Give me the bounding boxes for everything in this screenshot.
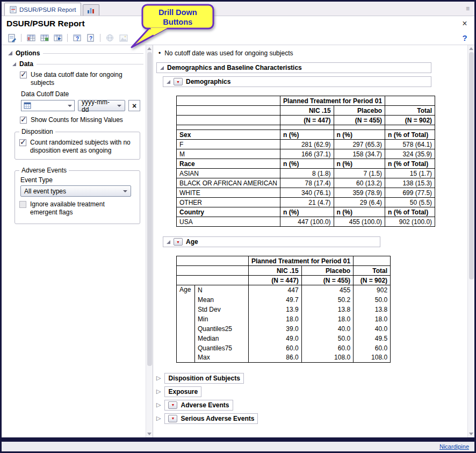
check-icon: ✓ — [20, 138, 26, 146]
cell: 13.8 — [354, 305, 391, 314]
cell: 578 (64.1) — [385, 140, 435, 149]
drill-down-button[interactable]: ▼ — [168, 415, 177, 422]
disclosure-closed-icon[interactable]: ▷ — [156, 389, 161, 394]
table-row: (N = 447) (N = 455) (N = 902) — [177, 276, 391, 285]
scrollbar-thumb[interactable] — [469, 52, 474, 279]
cell: Age — [177, 285, 195, 363]
cell — [177, 116, 280, 125]
table-row: Race n (%) n (%) n (% of Total) — [177, 159, 435, 169]
section-header-demographics[interactable]: ▼ Demographics — [163, 76, 431, 87]
date-format-value: yyyy-mm-dd — [82, 98, 114, 113]
section-header-demographics-baseline[interactable]: Demographics and Baseline Characteristic… — [156, 62, 431, 73]
table-row: WHITE 340 (76.1) 359 (78.9) 699 (77.5) — [177, 188, 435, 198]
table-info-icon[interactable]: ? — [71, 32, 83, 44]
missing-values-checkbox[interactable]: ✓ — [20, 117, 27, 124]
event-type-dropdown[interactable]: All event types — [20, 185, 131, 197]
scrollbar-thumb[interactable] — [147, 52, 152, 366]
window-menu-icon[interactable]: ≡ — [466, 5, 471, 16]
disclosure-open-icon[interactable] — [167, 240, 170, 244]
data-table-icon[interactable] — [25, 32, 37, 44]
cell: 13.8 — [301, 305, 353, 314]
table-row: Max 86.0 108.0 108.0 — [177, 353, 391, 363]
disclosure-closed-icon[interactable]: ▷ — [156, 415, 161, 421]
report-scrollbar[interactable] — [467, 45, 474, 437]
cell — [177, 125, 280, 130]
cell: 447 — [249, 285, 302, 295]
disclosure-open-icon[interactable] — [160, 66, 164, 70]
section-title: Demographics — [186, 78, 230, 85]
cell: USA — [177, 217, 280, 227]
disclosure-closed-icon[interactable]: ▷ — [156, 402, 161, 408]
cell: n (%) — [334, 130, 385, 140]
date-input[interactable] — [21, 100, 75, 111]
cell: n (% of Total) — [385, 159, 435, 169]
cell — [177, 266, 249, 276]
collapsed-section-disposition-of-subjects[interactable]: ▷ Disposition of Subjects — [156, 372, 467, 384]
svg-text:?: ? — [89, 35, 92, 41]
tab-chart[interactable] — [83, 4, 99, 16]
report-title-bar: DSUR/PSUR Report × — [2, 16, 474, 31]
drill-down-button[interactable]: ▼ — [174, 238, 183, 246]
table-row: (N = 447) (N = 455) (N = 902) — [177, 116, 435, 125]
disposition-checkbox[interactable]: ✓ — [19, 139, 26, 146]
nicardipine-link[interactable]: Nicardipine — [439, 443, 469, 450]
divider — [37, 64, 143, 64]
save-table-icon[interactable] — [38, 32, 51, 44]
data-outline-header[interactable]: Data — [12, 60, 143, 68]
cell: 455 (100.0) — [334, 217, 385, 227]
chevron-down-icon[interactable] — [68, 105, 72, 107]
data-group-title: Data — [19, 60, 33, 68]
cell: F — [177, 140, 280, 149]
table-row: Quantiles25 39.0 40.0 40.0 — [177, 324, 391, 334]
cell: 18.0 — [354, 314, 391, 324]
cell: 60.0 — [249, 343, 302, 353]
toolbar-separator — [67, 34, 68, 42]
disclosure-open-icon[interactable] — [167, 80, 170, 84]
close-icon[interactable]: × — [460, 19, 470, 28]
cell: 49.5 — [354, 334, 391, 343]
collapsed-section-exposure[interactable]: ▷ Exposure — [156, 386, 467, 397]
chevron-down-icon — [123, 190, 127, 192]
event-type-label: Event Type — [20, 176, 135, 184]
help-icon[interactable]: ? — [459, 32, 471, 44]
collapsed-section-serious-adverse-events[interactable]: ▷ ▼ Serious Adverse Events — [156, 413, 467, 424]
cell: n (% of Total) — [385, 207, 435, 217]
disclosure-open-icon[interactable] — [12, 62, 16, 66]
scroll-down-icon[interactable] — [469, 433, 473, 435]
section-header-age[interactable]: ▼ Age — [163, 236, 380, 247]
cell: Planned Treatment for Period 01 — [280, 96, 385, 106]
options-scrollbar[interactable] — [146, 45, 153, 437]
table-row: F 281 (62.9) 297 (65.3) 578 (64.1) — [177, 140, 435, 149]
globe-icon[interactable] — [104, 32, 116, 44]
disposition-group-title: Disposition — [19, 128, 55, 135]
export-table-icon[interactable] — [52, 32, 64, 44]
date-format-dropdown[interactable]: yyyy-mm-dd — [78, 100, 125, 111]
tab-dsur-psur-report[interactable]: DSUR/PSUR Report — [4, 3, 81, 16]
scroll-up-icon[interactable] — [469, 47, 473, 50]
disclosure-closed-icon[interactable]: ▷ — [156, 375, 161, 381]
drill-down-button[interactable]: ▼ — [168, 401, 177, 409]
cell: 359 (78.9) — [334, 188, 385, 198]
clear-date-button[interactable]: × — [128, 100, 140, 111]
cell: OTHER — [177, 198, 280, 207]
disclosure-open-icon[interactable] — [8, 51, 12, 55]
options-outline-header[interactable]: Options — [8, 49, 143, 57]
cutoff-date-checkbox[interactable]: ✓ — [20, 71, 27, 78]
cell: 902 — [354, 285, 391, 295]
page-title: DSUR/PSUR Report — [6, 19, 85, 28]
drill-down-icon: ▼ — [176, 240, 180, 244]
cell: 18.0 — [301, 314, 353, 324]
cell: (N = 902) — [385, 116, 435, 125]
ignore-flags-checkbox-row: Ignore available treatment emergent flag… — [19, 200, 135, 217]
data-cutoff-date-label: Data Cutoff Date — [21, 90, 143, 98]
drill-down-icon: ▼ — [176, 80, 180, 84]
cell: Quantiles25 — [195, 324, 249, 334]
new-report-icon[interactable] — [5, 32, 18, 44]
report-info-icon[interactable]: ? — [84, 32, 97, 44]
cell: NIC .15 — [249, 266, 302, 276]
scroll-down-icon[interactable] — [147, 433, 152, 435]
drill-down-button[interactable]: ▼ — [174, 78, 183, 85]
ignore-flags-checkbox[interactable] — [19, 201, 26, 208]
collapsed-section-adverse-events[interactable]: ▷ ▼ Adverse Events — [156, 399, 467, 411]
cell: n (%) — [280, 159, 334, 169]
